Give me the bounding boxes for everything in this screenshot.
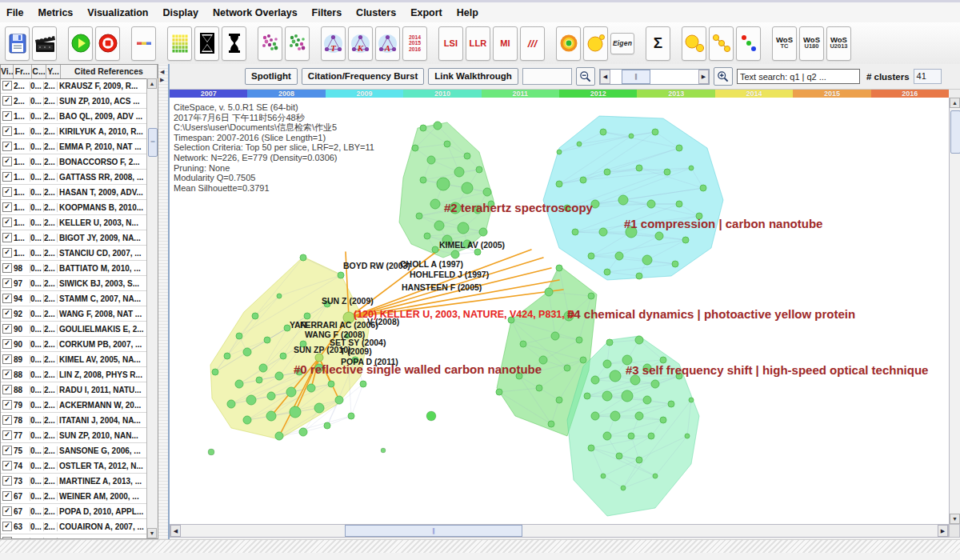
row-checkbox[interactable]: ✓	[2, 126, 12, 136]
sigma-button[interactable]: Σ	[646, 26, 670, 61]
table-row[interactable]: ✓1...0...2...BAO QL, 2009, ADV ...	[1, 109, 147, 124]
scroll-down-icon[interactable]: ▼	[950, 514, 960, 524]
timezone-outline-button[interactable]	[222, 26, 246, 61]
colormap-button[interactable]	[167, 26, 192, 61]
reference-node[interactable]	[256, 377, 262, 383]
reference-node[interactable]	[328, 381, 334, 387]
reference-node[interactable]	[653, 474, 658, 478]
reference-node[interactable]	[444, 141, 450, 147]
reference-node[interactable]	[545, 288, 553, 296]
reference-node[interactable]	[556, 265, 562, 271]
reference-node[interactable]	[576, 337, 582, 343]
table-row[interactable]: ✓880...2...RADU I, 2011, NATU...	[1, 382, 147, 398]
reference-node[interactable]	[304, 313, 310, 319]
reference-node[interactable]	[660, 357, 666, 363]
row-checkbox[interactable]: ✓	[2, 218, 12, 227]
reference-node[interactable]	[588, 253, 594, 259]
rgb-nodes-button[interactable]	[736, 26, 761, 61]
menu-item-display[interactable]: Display	[163, 7, 198, 18]
reference-node[interactable]	[335, 396, 343, 404]
reference-node[interactable]	[427, 156, 435, 164]
reference-node[interactable]	[458, 222, 469, 234]
timezone-filled-button[interactable]	[194, 26, 219, 61]
reference-node[interactable]	[236, 333, 242, 339]
table-row[interactable]: ✓740...2...OSTLER TA, 2012, N...	[1, 458, 147, 474]
zoom-in-button[interactable]	[714, 67, 733, 86]
reference-node[interactable]	[454, 167, 464, 177]
stop-button[interactable]	[95, 26, 120, 61]
pan-right-icon[interactable]: ▶	[698, 70, 709, 84]
reference-node[interactable]	[275, 432, 283, 440]
reference-node[interactable]	[286, 387, 296, 397]
row-checkbox[interactable]: ✓	[2, 96, 12, 106]
row-checkbox[interactable]: ✓	[2, 461, 12, 470]
scroll-left-icon[interactable]: ◀	[170, 525, 181, 537]
table-row[interactable]: ✓1...0...2...EMMA P, 2010, NAT ...	[1, 139, 147, 154]
reference-node[interactable]	[584, 393, 590, 399]
wos-u2013-button[interactable]: WoSU2013	[826, 26, 851, 61]
reference-node[interactable]	[420, 177, 426, 183]
row-checkbox[interactable]: ✓	[2, 248, 12, 258]
table-row[interactable]: ✓620...2...GOULIELMAKIS E, 2...	[1, 534, 147, 538]
wos-u180-button[interactable]: WoSU180	[799, 26, 824, 61]
citation-burst-button[interactable]: Citation/Frequency Burst	[302, 68, 424, 85]
reference-node[interactable]	[700, 185, 706, 191]
reference-node[interactable]	[664, 169, 670, 175]
table-row[interactable]: ✓2...0...2...SUN ZP, 2010, ACS ...	[1, 94, 147, 109]
reference-node[interactable]	[277, 294, 282, 298]
reference-node[interactable]	[464, 153, 470, 159]
merge-network-button[interactable]	[682, 26, 706, 61]
reference-node[interactable]	[651, 380, 659, 388]
reference-node[interactable]	[381, 448, 386, 453]
reference-node[interactable]	[668, 401, 674, 407]
table-row[interactable]: ✓730...2...MARTINEZ A, 2013, ...	[1, 474, 147, 489]
table-row[interactable]: ✓1...0...2...BONACCORSO F, 2...	[1, 154, 147, 170]
reference-node[interactable]	[235, 380, 243, 388]
table-row[interactable]: ✓2...0...2...KRAUSZ F, 2009, R...	[1, 78, 147, 94]
row-checkbox[interactable]: ✓	[2, 476, 12, 486]
row-checkbox[interactable]: ✓	[2, 370, 12, 379]
reference-node[interactable]	[604, 169, 610, 175]
reference-node[interactable]	[648, 433, 654, 439]
row-checkbox[interactable]: ✓	[2, 172, 12, 182]
cluster-label-button[interactable]	[285, 26, 310, 61]
canvas-hscrollbar-thumb[interactable]: ∥	[345, 525, 522, 537]
menu-item-clusters[interactable]: Clusters	[356, 7, 396, 18]
reference-node[interactable]	[591, 376, 599, 384]
reference-node[interactable]	[300, 254, 306, 261]
canvas-hscrollbar[interactable]: ◀ ∥ ▶	[170, 524, 949, 538]
reference-node[interactable]	[622, 390, 633, 402]
reference-node[interactable]	[599, 228, 607, 236]
reference-node[interactable]	[652, 129, 658, 135]
table-row[interactable]: ✓1...0...2...BIGOT JY, 2009, NA...	[1, 230, 147, 246]
table-row[interactable]: ✓770...2...SUN ZP, 2010, NAN...	[1, 428, 147, 443]
reference-node[interactable]	[536, 385, 542, 391]
canvas-vscrollbar-thumb[interactable]	[950, 110, 960, 154]
animation-button[interactable]	[32, 26, 57, 61]
row-checkbox[interactable]: ✓	[2, 157, 12, 166]
row-checkbox[interactable]: ✓	[2, 278, 12, 288]
menu-item-help[interactable]: Help	[457, 7, 478, 18]
scroll-right-icon[interactable]: ▶	[938, 525, 948, 537]
row-checkbox[interactable]: ✓	[2, 294, 12, 303]
reference-node[interactable]	[615, 252, 623, 260]
table-row[interactable]: ✓670...2...WEINER AM, 2000, ...	[1, 489, 147, 504]
table-scrollbar-thumb[interactable]: ═	[148, 128, 158, 157]
reference-node[interactable]	[208, 449, 214, 455]
reference-node[interactable]	[647, 200, 655, 208]
reference-node[interactable]	[588, 293, 594, 299]
reference-node[interactable]	[437, 178, 450, 190]
reference-node[interactable]	[267, 392, 275, 400]
reference-node[interactable]	[635, 412, 643, 420]
reference-node[interactable]	[602, 391, 612, 401]
row-checkbox[interactable]: ✓	[2, 522, 12, 531]
reference-node[interactable]	[360, 381, 366, 387]
menu-item-metrics[interactable]: Metrics	[38, 7, 74, 18]
reference-node[interactable]	[432, 246, 438, 253]
collapse-left-icon[interactable]: ◀	[160, 69, 164, 75]
reference-node[interactable]	[618, 195, 628, 205]
reference-node[interactable]	[557, 150, 562, 154]
spotlight-button[interactable]: Spotlight	[245, 68, 298, 85]
row-checkbox[interactable]: ✓	[2, 491, 12, 501]
reference-node[interactable]	[496, 389, 502, 395]
